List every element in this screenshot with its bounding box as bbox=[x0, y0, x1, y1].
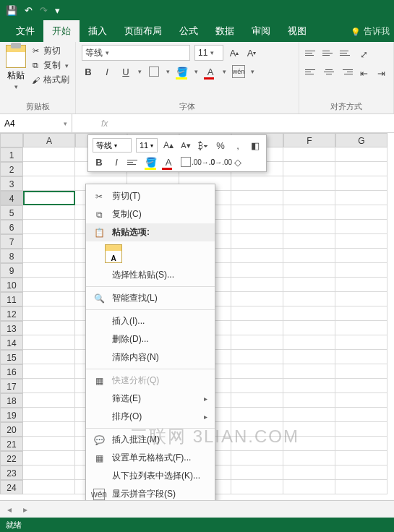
cell[interactable] bbox=[335, 205, 387, 220]
mt-fill-icon[interactable]: 🪣 bbox=[145, 155, 158, 168]
row-header[interactable]: 16 bbox=[0, 364, 23, 379]
fill-color-button[interactable]: 🪣 bbox=[176, 65, 189, 78]
ctx-paste-special[interactable]: 选择性粘贴(S)... bbox=[86, 266, 215, 284]
sheet-nav-left-icon[interactable]: ◂ bbox=[7, 505, 12, 515]
mt-inc-decimal-icon[interactable]: .0→.00 bbox=[214, 155, 227, 168]
align-right-icon[interactable] bbox=[340, 66, 353, 77]
cell[interactable] bbox=[23, 147, 75, 162]
cell[interactable] bbox=[231, 335, 283, 350]
cell[interactable] bbox=[231, 176, 283, 191]
row-header[interactable]: 1 bbox=[0, 147, 23, 162]
align-top-icon[interactable] bbox=[305, 48, 318, 58]
tab-insert[interactable]: 插入 bbox=[80, 20, 116, 42]
mt-clear-icon[interactable]: ◇ bbox=[231, 155, 244, 168]
font-color-button[interactable]: A bbox=[204, 65, 217, 78]
cell[interactable] bbox=[283, 162, 335, 176]
ctx-sort[interactable]: 排序(O)▸ bbox=[86, 408, 215, 426]
sheet-nav-right-icon[interactable]: ▸ bbox=[23, 505, 27, 515]
cell[interactable] bbox=[283, 422, 335, 437]
cell[interactable] bbox=[283, 205, 335, 220]
row-header[interactable]: 15 bbox=[0, 350, 23, 364]
cell[interactable] bbox=[23, 176, 75, 191]
row-header[interactable]: 3 bbox=[0, 176, 23, 191]
qat-more-icon[interactable]: ▾ bbox=[55, 5, 60, 16]
cell[interactable] bbox=[231, 292, 283, 306]
format-painter-button[interactable]: 🖌格式刷 bbox=[30, 74, 69, 86]
cell[interactable] bbox=[335, 278, 387, 292]
tab-view[interactable]: 视图 bbox=[279, 20, 315, 42]
ctx-insert-comment[interactable]: 💬插入批注(M) bbox=[86, 431, 215, 449]
row-header[interactable]: 18 bbox=[0, 393, 23, 408]
cell[interactable] bbox=[283, 379, 335, 393]
tab-file[interactable]: 文件 bbox=[7, 20, 43, 42]
increase-font-icon[interactable]: A▴ bbox=[228, 46, 241, 59]
fx-icon[interactable]: fx bbox=[101, 119, 108, 129]
cell[interactable] bbox=[283, 437, 335, 451]
column-header[interactable]: G bbox=[335, 133, 387, 147]
name-box[interactable]: A4▾ bbox=[0, 114, 72, 132]
cell[interactable] bbox=[335, 451, 387, 466]
cell[interactable] bbox=[335, 249, 387, 263]
row-header[interactable]: 23 bbox=[0, 466, 23, 480]
cell[interactable] bbox=[23, 263, 75, 278]
mt-percent-icon[interactable]: % bbox=[214, 139, 227, 152]
cut-button[interactable]: ✂剪切 bbox=[30, 45, 69, 57]
cell[interactable] bbox=[231, 234, 283, 249]
save-icon[interactable]: 💾 bbox=[6, 5, 17, 16]
column-header[interactable]: A bbox=[23, 133, 75, 147]
cell[interactable] bbox=[23, 408, 75, 422]
mt-border-icon[interactable] bbox=[179, 155, 192, 168]
row-header[interactable]: 2 bbox=[0, 162, 23, 176]
cell[interactable] bbox=[231, 220, 283, 234]
cell[interactable] bbox=[23, 364, 75, 379]
font-name-combo[interactable]: 等线▾ bbox=[82, 45, 190, 61]
cell[interactable] bbox=[23, 379, 75, 393]
cell[interactable] bbox=[335, 437, 387, 451]
ctx-delete[interactable]: 删除(D)... bbox=[86, 330, 215, 348]
tab-home[interactable]: 开始 bbox=[43, 20, 80, 42]
ctx-copy[interactable]: ⧉复制(C) bbox=[86, 205, 215, 223]
cell[interactable] bbox=[231, 249, 283, 263]
indent-inc-icon[interactable]: ⇥ bbox=[374, 66, 387, 80]
ctx-clear[interactable]: 清除内容(N) bbox=[86, 348, 215, 366]
ctx-paste-option-keep-text[interactable]: A bbox=[105, 244, 122, 263]
cell[interactable] bbox=[231, 393, 283, 408]
cell[interactable] bbox=[283, 306, 335, 321]
undo-icon[interactable]: ↶ bbox=[25, 5, 33, 16]
cell[interactable] bbox=[335, 408, 387, 422]
cell[interactable] bbox=[23, 451, 75, 466]
cell[interactable] bbox=[231, 263, 283, 278]
cell[interactable] bbox=[283, 350, 335, 364]
mt-comma-icon[interactable]: , bbox=[231, 139, 244, 152]
font-size-combo[interactable]: 11▾ bbox=[194, 45, 223, 61]
cell[interactable] bbox=[23, 249, 75, 263]
cell[interactable] bbox=[335, 379, 387, 393]
cell[interactable] bbox=[231, 451, 283, 466]
cell[interactable] bbox=[283, 191, 335, 205]
cell[interactable] bbox=[23, 422, 75, 437]
cell[interactable] bbox=[231, 480, 283, 494]
row-header[interactable]: 13 bbox=[0, 321, 23, 335]
row-header[interactable]: 12 bbox=[0, 306, 23, 321]
cell[interactable] bbox=[23, 292, 75, 306]
mt-format-icon[interactable]: ◧ bbox=[249, 139, 262, 152]
decrease-font-icon[interactable]: A▾ bbox=[245, 46, 258, 59]
cell[interactable] bbox=[283, 292, 335, 306]
cell[interactable] bbox=[231, 437, 283, 451]
cell[interactable] bbox=[23, 162, 75, 176]
sheet-tab-bar[interactable]: ◂ ▸ bbox=[0, 500, 394, 518]
cell[interactable] bbox=[283, 249, 335, 263]
ctx-insert[interactable]: 插入(I)... bbox=[86, 312, 215, 330]
row-header[interactable]: 17 bbox=[0, 379, 23, 393]
cell[interactable] bbox=[335, 234, 387, 249]
cell[interactable] bbox=[283, 147, 335, 162]
cell[interactable] bbox=[283, 335, 335, 350]
column-header[interactable]: F bbox=[283, 133, 335, 147]
mt-size-combo[interactable]: 11▾ bbox=[136, 138, 158, 153]
paste-button[interactable]: 粘贴 ▾ bbox=[6, 45, 26, 90]
row-header[interactable]: 20 bbox=[0, 422, 23, 437]
mt-italic-button[interactable]: I bbox=[110, 155, 123, 168]
cell[interactable] bbox=[283, 263, 335, 278]
row-header[interactable]: 10 bbox=[0, 278, 23, 292]
cell[interactable] bbox=[335, 393, 387, 408]
